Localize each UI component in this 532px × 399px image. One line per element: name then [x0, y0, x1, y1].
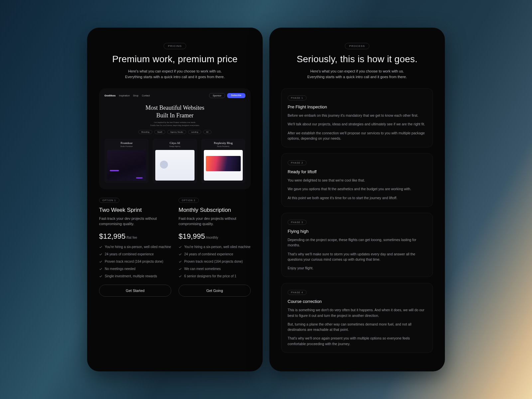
- phase-text: This is something we don't do very often…: [288, 307, 427, 318]
- check-icon: [99, 260, 102, 263]
- phase-text: That's why we'll make sure to storm you …: [288, 251, 427, 262]
- gallery-subcopy: Get inspired by the best Framer websites…: [104, 121, 245, 127]
- option-price: $12,995/flat fee: [99, 232, 171, 241]
- phase-card: PHASE 1 Pre Flight Inspection Before we …: [281, 88, 433, 147]
- phase-text: At this point we both agree it's time fo…: [288, 195, 427, 200]
- gallery-card: Cityo AI Design Agency: [153, 139, 197, 183]
- check-icon: [179, 260, 182, 263]
- gallery-card-title: Frontdoor: [107, 141, 146, 145]
- pricing-tag: PRICING: [164, 43, 186, 49]
- pricing-option-monthly: OPTION 2 Monthly Subscription Fast-track…: [179, 198, 251, 297]
- gallery-card-sub: Design Agency: [155, 145, 194, 147]
- gallery-headline: Most Beautiful Websites: [104, 104, 245, 112]
- gallery-card-sub: Studio Perplexity: [204, 145, 243, 147]
- pricing-title: Premium work, premium price: [99, 54, 251, 65]
- process-panel: PROCESS Seriously, this is how it goes. …: [269, 28, 445, 371]
- gallery-nav-item: Inspiration: [119, 94, 130, 97]
- gallery-preview: Godlikes Inspiration Shop Contact Sponso…: [99, 88, 251, 189]
- phase-text: But, turning a plane the other way can s…: [288, 322, 427, 332]
- process-title: Seriously, this is how it goes.: [281, 54, 433, 65]
- pricing-panel: PRICING Premium work, premium price Here…: [87, 28, 263, 371]
- phase-card: PHASE 2 Ready for liftoff You were delig…: [281, 153, 433, 207]
- phase-title: Flying high: [288, 229, 427, 234]
- phase-text: Before we embark on this journey it's ma…: [288, 113, 427, 118]
- phase-tag: PHASE 1: [288, 95, 307, 100]
- gallery-thumb: [155, 150, 194, 181]
- feature-item: We can meet sometimes: [179, 267, 251, 271]
- option-title: Two Week Sprint: [99, 207, 171, 213]
- check-icon: [99, 245, 102, 249]
- check-icon: [179, 253, 182, 256]
- phase-card: PHASE 4 Course correction This is someth…: [281, 283, 433, 353]
- feature-item: Proven track record (164 projects done): [179, 259, 251, 264]
- pricing-option-sprint: OPTION 1 Two Week Sprint Fast-track your…: [99, 198, 171, 297]
- option-desc: Fast-track your dev projects without com…: [99, 216, 171, 227]
- check-icon: [99, 267, 102, 271]
- option-tag: OPTION 1: [99, 198, 119, 203]
- chip: All: [203, 130, 211, 134]
- check-icon: [99, 253, 102, 256]
- chip: SaaS: [154, 130, 165, 134]
- gallery-card-title: Perplexity Blog: [204, 141, 243, 145]
- gallery-brand: Godlikes: [104, 94, 116, 97]
- gallery-card-title: Cityo AI: [155, 141, 194, 145]
- feature-item: Single investment, multiple rewards: [99, 274, 171, 279]
- process-subtitle: Here's what you can expect if you choose…: [281, 68, 433, 80]
- gallery-thumb: [204, 150, 243, 181]
- get-started-button[interactable]: Get Started: [99, 285, 171, 297]
- chip: Landing: [188, 130, 201, 134]
- option-title: Monthly Subscription: [179, 207, 251, 213]
- phase-tag: PHASE 2: [288, 160, 307, 165]
- gallery-nav-item: Contact: [142, 94, 150, 97]
- gallery-headline: Built In Framer: [104, 112, 245, 119]
- chip: Branding: [138, 130, 152, 134]
- gallery-card: Perplexity Blog Studio Perplexity: [201, 139, 245, 183]
- gallery-card: Frontdoor Studio Frontdoor: [104, 139, 149, 183]
- phase-text: After we establish the connection we'll …: [288, 130, 427, 141]
- chip: Agency Studio: [167, 130, 186, 134]
- check-icon: [179, 267, 182, 271]
- process-tag: PROCESS: [345, 43, 369, 49]
- get-going-button[interactable]: Get Going: [179, 285, 251, 297]
- phase-tag: PHASE 4: [288, 290, 307, 295]
- phase-text: We gave you options that fit the aesthet…: [288, 186, 427, 192]
- phase-title: Pre Flight Inspection: [288, 104, 427, 109]
- option-tag: OPTION 2: [179, 198, 199, 203]
- feature-item: 24 years of combined experience: [179, 252, 251, 257]
- phase-title: Course correction: [288, 299, 427, 304]
- phase-title: Ready for liftoff: [288, 169, 427, 174]
- check-icon: [179, 245, 182, 249]
- feature-item: No meetings needed: [99, 267, 171, 271]
- gallery-subscribe-button: Subscribe: [227, 93, 245, 98]
- phase-text: That's why we'll once again present you …: [288, 335, 427, 346]
- phase-card: PHASE 3 Flying high Depending on the pro…: [281, 213, 433, 277]
- phase-text: Depending on the project scope, these fl…: [288, 237, 427, 248]
- gallery-sponsor-button: Sponsor: [209, 93, 225, 98]
- phase-tag: PHASE 3: [288, 220, 307, 225]
- gallery-filter-chips: Branding SaaS Agency Studio Landing All: [104, 130, 245, 134]
- gallery-nav-item: Shop: [133, 94, 138, 97]
- pricing-subtitle: Here's what you can expect if you choose…: [99, 68, 251, 80]
- phase-text: Enjoy your flight.: [288, 265, 427, 271]
- feature-item: You're hiring a six-person, well oiled m…: [99, 245, 171, 249]
- gallery-card-sub: Studio Frontdoor: [107, 145, 146, 147]
- feature-list: You're hiring a six-person, well oiled m…: [179, 245, 251, 279]
- check-icon: [179, 275, 182, 278]
- feature-item: Proven track record (164 projects done): [99, 259, 171, 264]
- feature-item: 24 years of combined experience: [99, 252, 171, 257]
- feature-item: 6 senior designers for the price of 1: [179, 274, 251, 279]
- gallery-thumb: [107, 150, 146, 181]
- feature-item: You're hiring a six-person, well oiled m…: [179, 245, 251, 249]
- feature-list: You're hiring a six-person, well oiled m…: [99, 245, 171, 279]
- phase-text: You were delighted to see that we're coo…: [288, 178, 427, 183]
- option-desc: Fast-track your dev projects without com…: [179, 216, 251, 227]
- option-price: $19,995/monthly: [179, 232, 251, 241]
- phase-text: We'll talk about our projects, ideas and…: [288, 121, 427, 127]
- check-icon: [99, 275, 102, 278]
